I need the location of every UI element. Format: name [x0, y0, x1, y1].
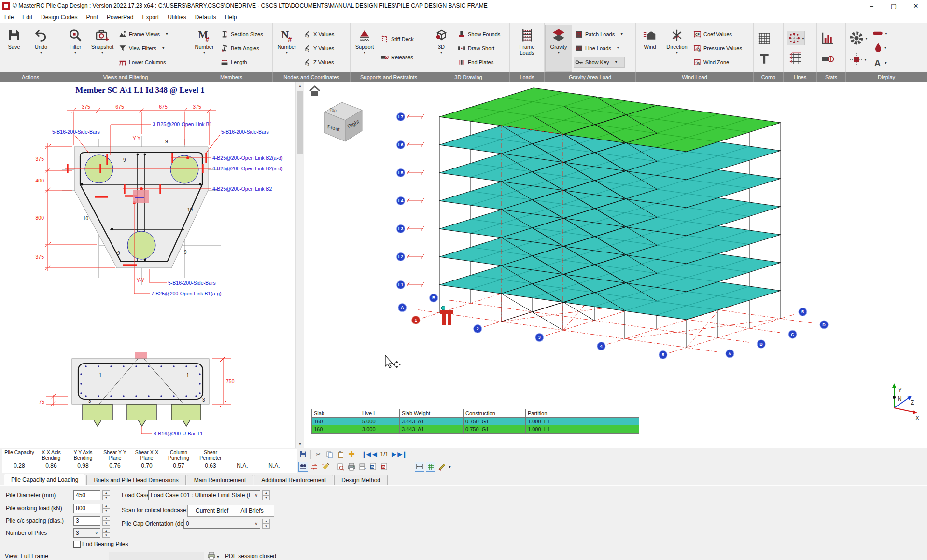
support-button[interactable]: Support ▼: [351, 25, 378, 72]
dimension-toggle[interactable]: [415, 462, 424, 472]
pile-diameter-field[interactable]: 450: [73, 490, 100, 500]
stats-info-button[interactable]: i: [821, 52, 834, 66]
lower-columns-button[interactable]: Lower Columns: [117, 57, 170, 68]
menu-help[interactable]: Help: [221, 12, 241, 23]
display-gear-dropdown[interactable]: ▼: [865, 37, 868, 41]
gravity-button[interactable]: Gravity ▼: [545, 25, 572, 72]
menu-defaults[interactable]: Defaults: [191, 12, 221, 23]
scroll-thumb[interactable]: [297, 91, 303, 154]
num-piles-stepper[interactable]: ▲▼: [102, 528, 110, 538]
clean-button[interactable]: +: [321, 462, 330, 472]
node-number-button[interactable]: N# Number ▼: [273, 25, 300, 72]
frame-loads-button[interactable]: Frame Loads: [513, 25, 541, 72]
lines-frame-button[interactable]: [788, 51, 803, 66]
gravity-dropdown[interactable]: ▼: [557, 51, 561, 55]
filter-dropdown[interactable]: ▼: [74, 51, 77, 55]
orientation-stepper[interactable]: ▲▼: [262, 519, 270, 529]
close-button[interactable]: ✕: [905, 0, 927, 12]
snapshot-dropdown[interactable]: ▼: [101, 51, 104, 55]
tab-additional-reinforcement[interactable]: Additional Reinforcement: [254, 475, 333, 485]
num-piles-select[interactable]: 3∨: [73, 528, 100, 538]
undo-button[interactable]: Undo ▼: [28, 25, 55, 72]
lines-nodes-button[interactable]: [787, 31, 801, 45]
nav-last-button[interactable]: ▶❙: [397, 451, 407, 458]
spacing-stepper[interactable]: ▲▼: [102, 516, 110, 526]
display-drop-button[interactable]: [873, 42, 884, 54]
load-case-select[interactable]: Load Case 001 : Ultimate Limit State (Fi…: [148, 490, 260, 500]
display-gear-button[interactable]: [848, 30, 865, 46]
maximize-button[interactable]: ▢: [883, 0, 905, 12]
gravity-load-table[interactable]: Slab Live L Slab Weight Construction Par…: [311, 409, 639, 434]
member-number-button[interactable]: M# Number ▼: [191, 25, 218, 72]
display-line-dropdown[interactable]: ▼: [885, 32, 888, 36]
coef-values-button[interactable]: CP Coef Values: [692, 29, 744, 40]
refresh-button[interactable]: [309, 462, 319, 472]
spacing-field[interactable]: 3: [73, 516, 100, 526]
display-node-button[interactable]: [849, 52, 864, 67]
print-preview-button[interactable]: [336, 462, 345, 472]
display-node-dropdown[interactable]: ▼: [864, 58, 867, 62]
menu-print[interactable]: Print: [82, 12, 102, 23]
x-values-button[interactable]: x X Values: [302, 29, 336, 40]
working-load-stepper[interactable]: ▲▼: [102, 504, 110, 513]
undo-dropdown[interactable]: ▼: [40, 51, 43, 55]
comp-text-button[interactable]: [758, 53, 771, 65]
wind-button[interactable]: Wind: [636, 25, 663, 72]
tab-main-reinforcement[interactable]: Main Reinforcement: [187, 475, 253, 485]
save-button[interactable]: Save: [0, 25, 28, 72]
menu-powerpad[interactable]: PowerPad: [102, 12, 138, 23]
beta-angles-button[interactable]: Beta Angles: [219, 43, 265, 54]
menu-utilities[interactable]: Utilities: [163, 12, 191, 23]
menu-file[interactable]: File: [0, 12, 18, 23]
support-dropdown[interactable]: ▼: [363, 51, 366, 55]
find-button[interactable]: [298, 462, 308, 472]
direction-button[interactable]: Direction ▼: [663, 25, 690, 72]
stiff-deck-button[interactable]: Stiff Deck: [379, 34, 415, 44]
line-loads-button[interactable]: Line Loads▼: [574, 43, 625, 54]
frame-3d-view[interactable]: 123455ABCDABL7L6L5L4L3L2L1 Top Front Rig…: [304, 82, 927, 448]
tab-design-method[interactable]: Design Method: [334, 475, 388, 485]
stats-chart-button[interactable]: [820, 31, 835, 45]
export-word-button[interactable]: W: [369, 462, 379, 472]
frame-views-button[interactable]: Frame Views▼: [117, 29, 170, 40]
show-founds-button[interactable]: Show Founds: [456, 29, 502, 40]
working-load-field[interactable]: 800: [73, 504, 100, 513]
end-bearing-checkbox[interactable]: [73, 541, 81, 548]
display-line-button[interactable]: [872, 28, 885, 38]
show-key-button[interactable]: Show Key▼: [574, 57, 625, 68]
3d-dropdown[interactable]: ▼: [440, 51, 443, 55]
filter-button[interactable]: Filter ▼: [62, 25, 89, 72]
measure-dropdown[interactable]: ▼: [448, 465, 451, 469]
load-case-stepper[interactable]: ▲▼: [262, 490, 270, 500]
drawing-scrollbar[interactable]: ▲ ▼: [295, 82, 304, 448]
y-values-button[interactable]: y Y Values: [302, 43, 336, 54]
pdf-printer-icon[interactable]: [207, 551, 216, 560]
print-button[interactable]: [347, 462, 356, 472]
tab-pile-capacity-loading[interactable]: Pile Capacity and Loading: [4, 474, 85, 485]
grid-toggle[interactable]: [426, 462, 435, 472]
display-drop-dropdown[interactable]: ▼: [884, 46, 887, 50]
tab-briefs-pile-head[interactable]: Briefs and Pile Head Dimensions: [86, 475, 185, 485]
lines-nodes-dropdown[interactable]: ▼: [801, 37, 805, 41]
nav-first-button[interactable]: ❙◀: [362, 451, 371, 458]
view-filters-button[interactable]: View Filters▼: [117, 43, 170, 54]
print-export-button[interactable]: [358, 462, 367, 472]
direction-dropdown[interactable]: ▼: [675, 51, 679, 55]
patch-loads-button[interactable]: Patch Loads▼: [574, 29, 625, 40]
length-button[interactable]: Length: [219, 57, 265, 68]
mini-copy-button[interactable]: [324, 449, 334, 459]
all-briefs-button[interactable]: All Briefs: [230, 505, 274, 517]
minimize-button[interactable]: –: [860, 0, 883, 12]
node-number-dropdown[interactable]: ▼: [285, 51, 289, 55]
nav-next-button[interactable]: ▶: [392, 451, 396, 458]
member-number-dropdown[interactable]: ▼: [203, 51, 206, 55]
snapshot-button[interactable]: Snapshot ▼: [89, 25, 116, 72]
menu-design-codes[interactable]: Design Codes: [37, 12, 82, 23]
mini-cut-button[interactable]: ✂: [313, 449, 323, 459]
menu-edit[interactable]: Edit: [18, 12, 37, 23]
scroll-up-icon[interactable]: ▲: [296, 82, 304, 90]
display-text-dropdown[interactable]: ▼: [884, 61, 887, 65]
mini-save-button[interactable]: [298, 449, 308, 459]
section-sizes-button[interactable]: Section Sizes: [219, 29, 265, 40]
draw-short-button[interactable]: Draw Short: [456, 43, 502, 54]
